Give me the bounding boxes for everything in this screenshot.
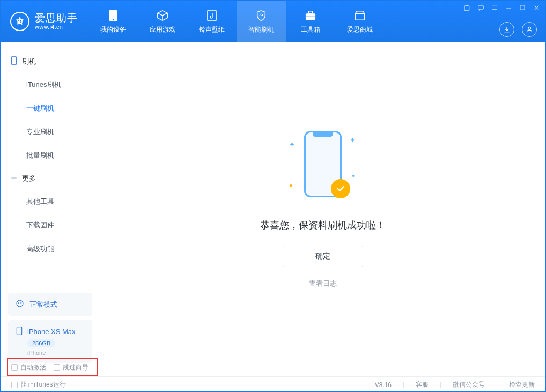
divider [403, 382, 404, 388]
logo[interactable]: iU 爱思助手 www.i4.cn [1, 12, 88, 31]
sidebar-item-pro-flash[interactable]: 专业刷机 [1, 120, 100, 144]
nav-label: 应用游戏 [150, 25, 175, 34]
checkbox-icon [11, 364, 18, 371]
sidebar-item-advanced[interactable]: 高级功能 [1, 237, 100, 261]
check-badge-icon [331, 179, 350, 198]
svg-rect-5 [308, 11, 312, 13]
mode-box[interactable]: 正常模式 [8, 293, 92, 316]
svg-rect-3 [208, 10, 216, 21]
skin-icon[interactable] [463, 4, 470, 11]
account-button[interactable] [522, 22, 537, 37]
footer-link-support[interactable]: 客服 [416, 380, 429, 389]
sync-icon [16, 299, 24, 309]
sidebar-item-download-fw[interactable]: 下载固件 [1, 213, 100, 237]
download-button[interactable] [499, 22, 514, 37]
checkbox-label: 跳过向导 [63, 363, 88, 372]
svg-rect-9 [520, 5, 525, 10]
logo-icon: iU [10, 12, 29, 31]
nav-item-device[interactable]: 我的设备 [88, 1, 138, 42]
nav-label: 我的设备 [100, 25, 126, 34]
header: iU 爱思助手 www.i4.cn 我的设备 应用游戏 铃声壁纸 智能刷机 工具… [1, 1, 545, 42]
device-name: iPhone XS Max [27, 328, 76, 336]
success-message: 恭喜您，保资料刷机成功啦！ [260, 219, 386, 232]
store-icon [353, 9, 366, 22]
divider [440, 382, 441, 388]
sidebar-item-itunes-flash[interactable]: iTunes刷机 [1, 73, 100, 97]
nav-label: 工具箱 [301, 25, 320, 34]
window-controls [463, 4, 540, 11]
nav-label: 智能刷机 [248, 25, 274, 34]
svg-rect-10 [11, 57, 16, 65]
checkbox-label: 阻止iTunes运行 [21, 380, 66, 389]
nav-label: 铃声壁纸 [199, 25, 225, 34]
svg-point-2 [113, 19, 114, 20]
app-subtitle: www.i4.cn [35, 24, 78, 30]
footer-link-wechat[interactable]: 微信公众号 [453, 380, 485, 389]
logo-text: 爱思助手 www.i4.cn [35, 13, 78, 31]
list-icon [10, 174, 18, 183]
svg-rect-4 [306, 13, 315, 20]
checkbox-skip-guide[interactable]: 跳过向导 [54, 363, 88, 372]
toolbox-icon [304, 9, 317, 22]
nav-item-toolbox[interactable]: 工具箱 [286, 1, 335, 42]
section-title: 更多 [22, 174, 36, 183]
checkbox-block-itunes[interactable]: 阻止iTunes运行 [11, 380, 66, 389]
checkbox-icon [11, 382, 18, 388]
app-title: 爱思助手 [35, 13, 78, 24]
svg-point-7 [528, 27, 531, 29]
version-label: V8.16 [375, 381, 392, 389]
checkbox-label: 自动激活 [20, 363, 46, 372]
checkbox-auto-activate[interactable]: 自动激活 [11, 363, 46, 372]
device-storage: 256GB [27, 339, 55, 347]
nav-item-ringtone[interactable]: 铃声壁纸 [187, 1, 237, 42]
device-type: iPhone [27, 350, 46, 356]
nav-item-store[interactable]: 爱思商城 [335, 1, 385, 42]
svg-point-13 [19, 334, 19, 334]
maximize-icon[interactable] [519, 4, 526, 11]
device-box[interactable]: iPhone XS Max 256GB iPhone [8, 320, 92, 363]
main-content: ✦✦✦• 恭喜您，保资料刷机成功啦！ 确定 查看日志 [100, 42, 545, 376]
footer-link-update[interactable]: 检查更新 [509, 380, 535, 389]
feedback-icon[interactable] [477, 4, 484, 11]
footer: 阻止iTunes运行 V8.16 客服 微信公众号 检查更新 [1, 376, 545, 392]
section-more: 更多 [1, 167, 100, 190]
success-illustration: ✦✦✦• [288, 131, 358, 206]
mode-label: 正常模式 [29, 300, 57, 309]
highlight-options: 自动激活 跳过向导 [7, 358, 98, 376]
nav-item-apps[interactable]: 应用游戏 [138, 1, 187, 42]
shield-sync-icon [255, 9, 268, 22]
nav-item-flash[interactable]: 智能刷机 [237, 1, 286, 42]
sidebar-item-other-tools[interactable]: 其他工具 [1, 190, 100, 213]
body: 刷机 iTunes刷机 一键刷机 专业刷机 批量刷机 更多 其他工具 下载固件 … [1, 42, 545, 376]
section-flash: 刷机 [1, 50, 100, 73]
svg-rect-6 [306, 16, 315, 16]
sidebar-item-batch-flash[interactable]: 批量刷机 [1, 144, 100, 167]
phone-icon [16, 327, 23, 337]
svg-text:iU: iU [17, 18, 23, 25]
sidebar: 刷机 iTunes刷机 一键刷机 专业刷机 批量刷机 更多 其他工具 下载固件 … [1, 42, 100, 376]
header-actions [499, 22, 537, 37]
top-nav: 我的设备 应用游戏 铃声壁纸 智能刷机 工具箱 爱思商城 [88, 1, 385, 42]
device-icon [107, 9, 120, 22]
nav-label: 爱思商城 [347, 25, 373, 34]
cube-icon [156, 9, 169, 22]
confirm-button[interactable]: 确定 [283, 246, 363, 267]
close-icon[interactable] [533, 4, 540, 11]
phone-outline-icon [10, 56, 18, 66]
divider [497, 382, 497, 388]
success-panel: ✦✦✦• 恭喜您，保资料刷机成功啦！ 确定 查看日志 [226, 131, 419, 289]
menu-icon[interactable] [491, 4, 498, 11]
minimize-icon[interactable] [505, 4, 512, 11]
music-file-icon [205, 9, 218, 22]
svg-rect-8 [478, 5, 483, 9]
view-log-link[interactable]: 查看日志 [309, 279, 337, 289]
section-title: 刷机 [22, 57, 36, 66]
checkbox-icon [54, 364, 60, 371]
sidebar-item-onekey-flash[interactable]: 一键刷机 [1, 97, 100, 120]
